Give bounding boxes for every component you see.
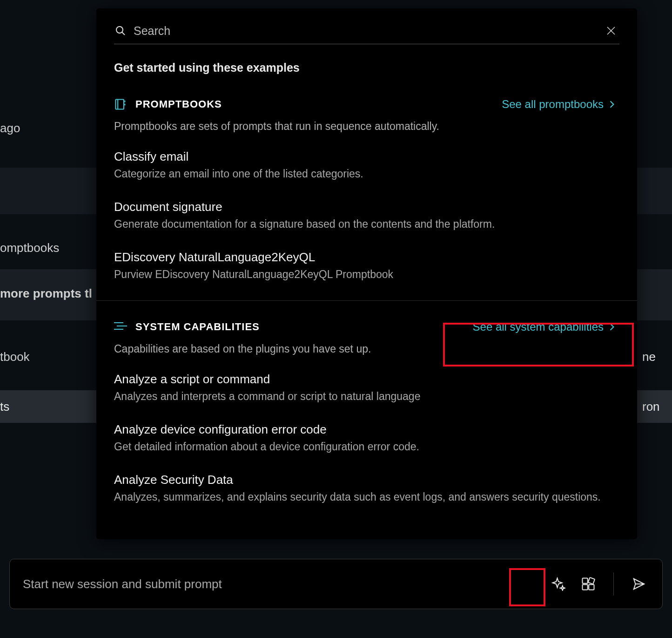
sparkle-icon[interactable] (548, 574, 569, 594)
item-title: Document signature (114, 200, 619, 214)
bg-text: ne (642, 350, 656, 364)
svg-line-1 (122, 32, 125, 35)
section-header-promptbooks: PROMPTBOOKS See all promptbooks (114, 95, 619, 114)
intro-heading: Get started using these examples (114, 61, 619, 75)
chevron-right-icon (609, 100, 615, 109)
prompt-input[interactable] (23, 577, 548, 591)
item-title: Analyze device configuration error code (114, 422, 619, 437)
highlight-box (443, 323, 634, 367)
bg-text: ts (0, 400, 9, 414)
svg-rect-12 (588, 577, 595, 584)
item-desc: Analyzes and interprets a command or scr… (114, 390, 619, 403)
highlight-box (509, 568, 545, 606)
close-icon[interactable] (603, 22, 619, 39)
see-all-promptbooks-link[interactable]: See all promptbooks (497, 95, 619, 114)
capabilities-icon (114, 320, 127, 333)
promptbook-icon (114, 98, 127, 111)
item-title: EDiscovery NaturalLanguage2KeyQL (114, 250, 619, 265)
item-desc: Get detailed information about a device … (114, 441, 619, 453)
item-desc: Analyzes, summarizes, and explains secur… (114, 491, 619, 503)
item-title: Classify email (114, 149, 619, 164)
see-all-promptbooks-label: See all promptbooks (502, 98, 604, 111)
svg-rect-14 (589, 584, 594, 590)
promptbook-item[interactable]: Document signature Generate documentatio… (114, 200, 619, 231)
item-title: Analyze Security Data (114, 473, 619, 487)
prompts-panel: Get started using these examples PROMPTB… (96, 8, 637, 539)
bg-text: ron (642, 400, 660, 414)
capability-item[interactable]: Analyze device configuration error code … (114, 422, 619, 453)
bg-text: ago (0, 121, 20, 136)
item-desc: Generate documentation for a signature b… (114, 218, 619, 231)
search-input[interactable] (134, 24, 603, 38)
prompt-bar (9, 559, 663, 609)
divider (96, 300, 637, 301)
capability-item[interactable]: Analyze a script or command Analyzes and… (114, 372, 619, 403)
bg-text: omptbooks (0, 241, 59, 255)
svg-rect-4 (116, 100, 124, 109)
promptbook-item[interactable]: EDiscovery NaturalLanguage2KeyQL Purview… (114, 250, 619, 281)
plugins-icon[interactable] (578, 574, 598, 594)
prompt-actions (548, 572, 649, 596)
section-desc: Promptbooks are sets of prompts that run… (114, 120, 619, 133)
svg-point-0 (116, 27, 123, 33)
promptbook-item[interactable]: Classify email Categorize an email into … (114, 149, 619, 180)
section-title: PROMPTBOOKS (135, 98, 222, 110)
bg-text: more prompts tl (0, 286, 92, 301)
section-title: SYSTEM CAPABILITIES (135, 321, 260, 333)
bg-text: tbook (0, 350, 30, 364)
search-icon (114, 24, 127, 37)
item-title: Analyze a script or command (114, 372, 619, 387)
item-desc: Categorize an email into one of the list… (114, 168, 619, 180)
capability-item[interactable]: Analyze Security Data Analyzes, summariz… (114, 473, 619, 503)
search-row (114, 22, 619, 44)
svg-rect-11 (583, 578, 588, 584)
divider (613, 572, 614, 596)
item-desc: Purview EDiscovery NaturalLanguage2KeyQL… (114, 268, 619, 281)
send-icon[interactable] (629, 574, 649, 594)
svg-rect-13 (583, 584, 588, 590)
